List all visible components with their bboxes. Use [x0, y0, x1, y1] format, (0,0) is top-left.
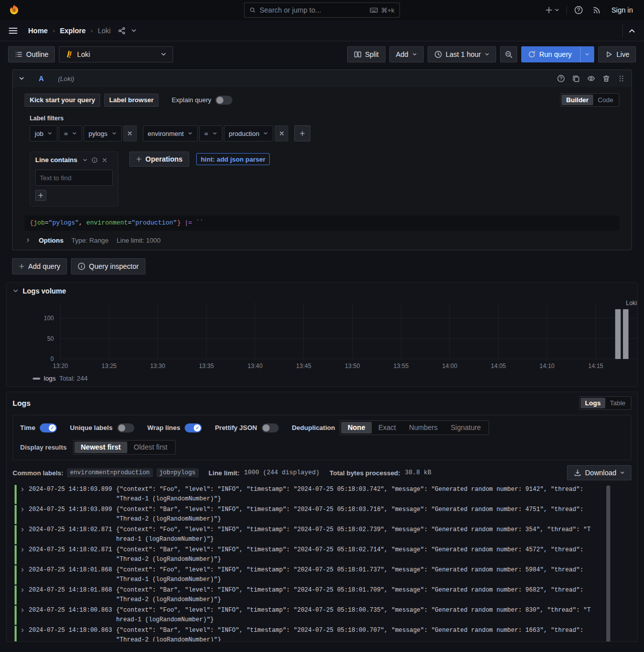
dedup-numbers[interactable]: Numbers — [403, 422, 444, 433]
logs-scrollbar[interactable] — [606, 485, 610, 642]
add-label-filter-button[interactable] — [294, 125, 310, 141]
text-to-find-input[interactable] — [35, 170, 113, 186]
expand-row-icon[interactable] — [17, 626, 29, 642]
remove-operation-icon[interactable] — [102, 157, 108, 163]
mode-code[interactable]: Code — [593, 95, 618, 105]
explore-toolbar: Outline Loki Split Add Last 1 hour Run q — [8, 46, 636, 62]
download-button[interactable]: Download — [567, 465, 631, 480]
run-query-dropdown[interactable] — [580, 47, 594, 62]
filter-operator-select[interactable]: = — [59, 125, 82, 141]
log-row[interactable]: 2024-07-25 14:18:00.863{"context": "Foo"… — [15, 605, 631, 625]
info-circle-icon[interactable] — [92, 157, 98, 163]
chevron-down-icon — [212, 131, 217, 136]
toggle-knob — [263, 424, 270, 431]
log-row[interactable]: 2024-07-25 14:18:01.868{"context": "Bar"… — [15, 585, 631, 605]
chevron-down-icon[interactable] — [83, 158, 88, 163]
search-shortcut: ⌘+k — [370, 6, 394, 14]
logs-volume-header[interactable]: Logs volume — [13, 287, 631, 295]
split-button[interactable]: Split — [347, 46, 385, 62]
query-options-row[interactable]: Options Type: Range Line limit: 1000 — [25, 231, 619, 250]
live-button[interactable]: Live — [598, 46, 636, 62]
toggle-switch[interactable]: ✓ — [185, 423, 202, 432]
chevron-up-icon[interactable] — [628, 27, 636, 35]
collapse-controls — [622, 25, 636, 37]
search-placeholder: Search or jump to... — [260, 6, 366, 14]
filter-label-select[interactable]: job — [30, 125, 57, 141]
add-query-button[interactable]: Add query — [12, 258, 67, 274]
chevron-down-icon[interactable] — [131, 28, 137, 34]
chevron-right-icon — [20, 567, 25, 572]
news-button[interactable] — [590, 4, 603, 17]
logs-controls: Time✓Unique labelsWrap lines✓Prettify JS… — [13, 415, 631, 460]
sign-in-button[interactable]: Sign in — [608, 6, 636, 15]
dedup-exact[interactable]: Exact — [372, 422, 403, 433]
breadcrumb-item-home[interactable]: Home — [28, 27, 48, 35]
duplicate-query-icon[interactable] — [572, 75, 580, 83]
expand-row-icon[interactable] — [17, 485, 29, 504]
svg-text:13:50: 13:50 — [345, 363, 360, 370]
filter-operator-select[interactable]: = — [199, 125, 222, 141]
search-input[interactable]: Search or jump to... ⌘+k — [244, 3, 400, 18]
query-help-icon[interactable] — [557, 75, 565, 83]
x-icon — [279, 130, 285, 136]
toggle-switch[interactable] — [262, 423, 279, 432]
chevron-down-icon[interactable] — [19, 76, 25, 82]
query-ref-id[interactable]: A — [39, 75, 44, 83]
expand-row-icon[interactable] — [17, 505, 29, 524]
view-table[interactable]: Table — [605, 398, 630, 408]
kick-start-button[interactable]: Kick start your query — [25, 94, 100, 107]
grafana-logo-icon[interactable] — [8, 4, 20, 16]
view-logs[interactable]: Logs — [581, 398, 605, 408]
filter-label-select[interactable]: environment — [143, 125, 198, 141]
hide-query-icon[interactable] — [587, 75, 595, 83]
display-newest-first[interactable]: Newest first — [74, 442, 127, 453]
hint-add-json-parser[interactable]: hint: add json parser — [196, 153, 270, 165]
breadcrumb-item-explore[interactable]: Explore — [60, 27, 86, 35]
drag-handle-icon[interactable] — [617, 75, 625, 83]
menu-toggle-icon[interactable] — [8, 26, 18, 36]
share-icon[interactable] — [118, 27, 126, 35]
remove-filter-button[interactable] — [275, 125, 288, 141]
legend-series-total: Total: 244 — [59, 375, 88, 382]
query-row-header[interactable]: A (Loki) — [13, 70, 631, 87]
delete-query-icon[interactable] — [602, 75, 610, 83]
add-dropdown-button[interactable]: Add — [389, 46, 424, 62]
divider — [567, 6, 567, 15]
remove-filter-button[interactable] — [123, 125, 137, 141]
filter-value-select[interactable]: pylogs — [84, 125, 122, 141]
add-operations-button[interactable]: Operations — [129, 152, 189, 167]
log-row[interactable]: 2024-07-25 14:18:01.868{"context": "Foo"… — [15, 565, 631, 585]
help-button[interactable] — [572, 4, 585, 17]
query-inspector-button[interactable]: Query inspector — [71, 258, 145, 274]
display-oldest-first[interactable]: Oldest first — [127, 442, 174, 453]
toggle-switch[interactable]: ✓ — [40, 423, 57, 432]
mode-builder[interactable]: Builder — [561, 95, 593, 105]
query-actions: Add query Query inspector — [12, 258, 632, 274]
datasource-picker[interactable]: Loki — [59, 46, 173, 62]
log-row[interactable]: 2024-07-25 14:18:03.899{"context": "Foo"… — [15, 484, 631, 504]
expand-row-icon[interactable] — [17, 606, 29, 625]
new-menu-button[interactable] — [543, 4, 561, 16]
expand-row-icon[interactable] — [17, 545, 29, 564]
add-value-button[interactable] — [35, 190, 46, 201]
expand-row-icon[interactable] — [17, 525, 29, 544]
expand-row-icon[interactable] — [17, 565, 29, 585]
filter-value-select[interactable]: production — [224, 125, 274, 141]
explain-query-toggle[interactable] — [215, 96, 232, 105]
log-row[interactable]: 2024-07-25 14:18:02.871{"context": "Foo"… — [15, 525, 631, 545]
toggle-switch[interactable] — [117, 423, 134, 432]
zoom-out-time-button[interactable] — [500, 46, 517, 62]
expand-row-icon[interactable] — [17, 586, 29, 605]
breadcrumb-bar: Home›Explore›Loki — [0, 20, 644, 41]
outline-button[interactable]: Outline — [8, 46, 55, 62]
chevron-right-icon[interactable] — [26, 238, 31, 243]
legend-series-name[interactable]: logs — [44, 375, 56, 382]
log-row[interactable]: 2024-07-25 14:18:02.871{"context": "Bar"… — [15, 545, 631, 565]
log-row[interactable]: 2024-07-25 14:18:03.899{"context": "Bar"… — [15, 504, 631, 525]
label-browser-button[interactable]: Label browser — [104, 94, 158, 107]
time-range-picker[interactable]: Last 1 hour — [428, 46, 496, 62]
run-query-button[interactable]: Run query — [521, 46, 595, 62]
log-row[interactable]: 2024-07-25 14:18:00.863{"context": "Bar"… — [15, 625, 631, 642]
dedup-signature[interactable]: Signature — [444, 422, 488, 433]
dedup-none[interactable]: None — [341, 422, 372, 433]
